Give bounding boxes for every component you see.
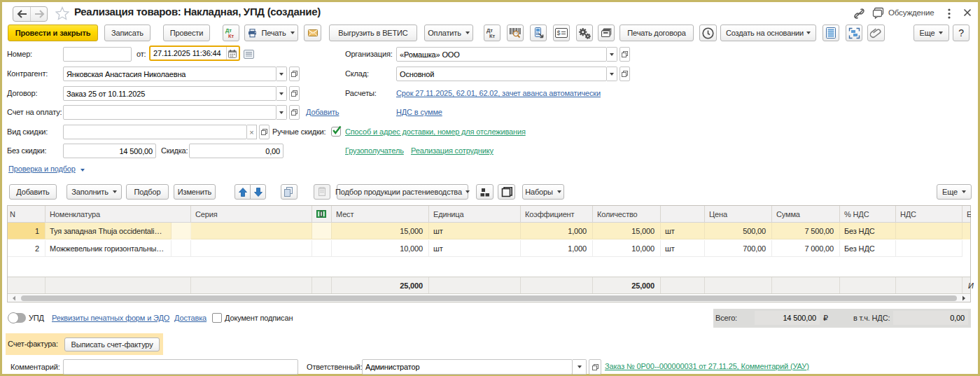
svg-text:Кт: Кт (489, 33, 495, 39)
svg-text:$: $ (557, 29, 561, 36)
svg-text:Кт: Кт (228, 33, 234, 39)
